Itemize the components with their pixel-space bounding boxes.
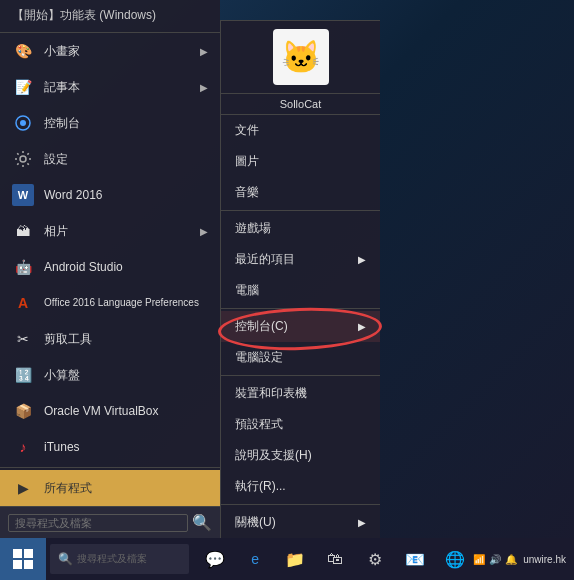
taskbar: 🔍 搜尋程式及檔案 💬 e 📁 🛍 ⚙ 📧 🌐 📶 🔊 🔔 unwire.hk xyxy=(0,538,574,580)
games-label: 遊戲場 xyxy=(235,220,271,237)
taskbar-store-icon[interactable]: 🛍 xyxy=(317,538,353,580)
control-panel-arrow: ▶ xyxy=(358,321,366,332)
start-menu-header: 【開始】功能表 (Windows) xyxy=(0,0,220,33)
desktop: 【開始】功能表 (Windows) 🎨 小畫家 ▶ 📝 記事本 ▶ 控制台 設定 xyxy=(0,0,574,580)
submenu-divider-3 xyxy=(221,375,380,376)
calculator-icon: 🔢 xyxy=(12,364,34,386)
word-label: Word 2016 xyxy=(44,188,102,202)
taskbar-clock: unwire.hk xyxy=(523,554,566,565)
sidebar-item-calc[interactable]: 🎨 小畫家 ▶ xyxy=(0,33,220,69)
shutdown-arrow: ▶ xyxy=(358,517,366,528)
submenu-item-default-programs[interactable]: 預設程式 xyxy=(221,409,380,440)
sidebar-item-settings[interactable]: 設定 xyxy=(0,141,220,177)
submenu-header: 🐱 xyxy=(221,21,380,94)
submenu-item-pictures[interactable]: 圖片 xyxy=(221,146,380,177)
tray-volume-icon: 🔊 xyxy=(489,554,501,565)
submenu-item-recent[interactable]: 最近的項目 ▶ xyxy=(221,244,380,275)
notepad-arrow: ▶ xyxy=(200,82,208,93)
start-menu: 【開始】功能表 (Windows) 🎨 小畫家 ▶ 📝 記事本 ▶ 控制台 設定 xyxy=(0,0,220,538)
all-programs-icon: ▶ xyxy=(12,477,34,499)
sidebar-item-notepad[interactable]: 📝 記事本 ▶ xyxy=(0,69,220,105)
scissors-label: 剪取工具 xyxy=(44,331,92,348)
android-label: Android Studio xyxy=(44,260,123,274)
office-label: Office 2016 Language Preferences xyxy=(44,297,199,309)
submenu-item-control-panel[interactable]: 控制台(C) ▶ xyxy=(221,311,380,342)
pc-settings-label: 電腦設定 xyxy=(235,349,283,366)
run-label: 執行(R)... xyxy=(235,478,286,495)
submenu-panel: 🐱 SolloCat 文件 圖片 音樂 遊戲場 最近的項目 ▶ 電腦 控制台(C… xyxy=(220,20,380,538)
music-label: 音樂 xyxy=(235,184,259,201)
submenu-item-run[interactable]: 執行(R)... xyxy=(221,471,380,502)
sidebar-item-control[interactable]: 控制台 xyxy=(0,105,220,141)
itunes-icon: ♪ xyxy=(12,436,34,458)
submenu-divider-2 xyxy=(221,308,380,309)
submenu-divider-1 xyxy=(221,210,380,211)
taskbar-edge-icon[interactable]: e xyxy=(237,538,273,580)
recent-arrow: ▶ xyxy=(358,254,366,265)
taskbar-tray: 📶 🔊 🔔 xyxy=(473,554,517,565)
calculator-label: 小算盤 xyxy=(44,367,80,384)
devices-label: 裝置和印表機 xyxy=(235,385,307,402)
shutdown-label: 關機(U) xyxy=(235,514,276,531)
tray-network-icon: 📶 xyxy=(473,554,485,565)
scissors-icon: ✂ xyxy=(12,328,34,350)
taskbar-folder-icon[interactable]: 📁 xyxy=(277,538,313,580)
svg-point-2 xyxy=(20,156,26,162)
notepad-icon: 📝 xyxy=(12,76,34,98)
word-icon: W xyxy=(12,184,34,206)
taskbar-time: unwire.hk xyxy=(523,554,566,565)
photos-label: 相片 xyxy=(44,223,68,240)
office-icon: A xyxy=(12,292,34,314)
submenu-item-pc-settings[interactable]: 電腦設定 xyxy=(221,342,380,373)
control-label: 控制台 xyxy=(44,115,80,132)
taskbar-settings-icon[interactable]: ⚙ xyxy=(357,538,393,580)
sidebar-item-scissors[interactable]: ✂ 剪取工具 xyxy=(0,321,220,357)
sidebar-item-office[interactable]: A Office 2016 Language Preferences xyxy=(0,285,220,321)
notepad-label: 記事本 xyxy=(44,79,80,96)
all-programs-label: 所有程式 xyxy=(44,480,92,497)
taskbar-search-bar[interactable]: 🔍 搜尋程式及檔案 xyxy=(50,544,189,574)
taskbar-chat-icon[interactable]: 💬 xyxy=(197,538,233,580)
start-button[interactable] xyxy=(0,538,46,580)
taskbar-email-icon[interactable]: 📧 xyxy=(397,538,433,580)
computer-label: 電腦 xyxy=(235,282,259,299)
search-icon: 🔍 xyxy=(192,513,212,532)
start-search-input[interactable] xyxy=(8,514,188,532)
taskbar-globe-icon[interactable]: 🌐 xyxy=(437,538,473,580)
control-panel-label: 控制台(C) xyxy=(235,318,288,335)
android-icon: 🤖 xyxy=(12,256,34,278)
submenu-item-devices[interactable]: 裝置和印表機 xyxy=(221,378,380,409)
calc-icon: 🎨 xyxy=(12,40,34,62)
submenu-item-computer[interactable]: 電腦 xyxy=(221,275,380,306)
taskbar-icons: 💬 e 📁 🛍 ⚙ 📧 🌐 xyxy=(197,538,473,580)
recent-label: 最近的項目 xyxy=(235,251,295,268)
submenu-divider-4 xyxy=(221,504,380,505)
sidebar-item-photos[interactable]: 🏔 相片 ▶ xyxy=(0,213,220,249)
tray-notification-icon[interactable]: 🔔 xyxy=(505,554,517,565)
submenu-item-shutdown[interactable]: 關機(U) ▶ xyxy=(221,507,380,538)
submenu-item-documents[interactable]: 文件 xyxy=(221,115,380,146)
sidebar-item-oracle[interactable]: 📦 Oracle VM VirtualBox xyxy=(0,393,220,429)
sidebar-item-word[interactable]: W Word 2016 xyxy=(0,177,220,213)
documents-label: 文件 xyxy=(235,122,259,139)
oracle-icon: 📦 xyxy=(12,400,34,422)
photos-arrow: ▶ xyxy=(200,226,208,237)
sidebar-item-itunes[interactable]: ♪ iTunes xyxy=(0,429,220,465)
settings-label: 設定 xyxy=(44,151,68,168)
sidebar-item-android[interactable]: 🤖 Android Studio xyxy=(0,249,220,285)
submenu-item-music[interactable]: 音樂 xyxy=(221,177,380,208)
taskbar-right: 📶 🔊 🔔 unwire.hk xyxy=(473,554,574,565)
photos-icon: 🏔 xyxy=(12,220,34,242)
sidebar-item-calculator[interactable]: 🔢 小算盤 xyxy=(0,357,220,393)
itunes-label: iTunes xyxy=(44,440,80,454)
calc-arrow: ▶ xyxy=(200,46,208,57)
submenu-item-games[interactable]: 遊戲場 xyxy=(221,213,380,244)
settings-icon xyxy=(12,148,34,170)
start-menu-title: 【開始】功能表 (Windows) xyxy=(12,8,156,22)
pictures-label: 圖片 xyxy=(235,153,259,170)
taskbar-search-icon: 🔍 xyxy=(58,552,73,566)
sidebar-item-all-programs[interactable]: ▶ 所有程式 xyxy=(0,470,220,506)
app-icon-box: 🐱 xyxy=(273,29,329,85)
submenu-item-help[interactable]: 說明及支援(H) xyxy=(221,440,380,471)
oracle-label: Oracle VM VirtualBox xyxy=(44,404,159,418)
